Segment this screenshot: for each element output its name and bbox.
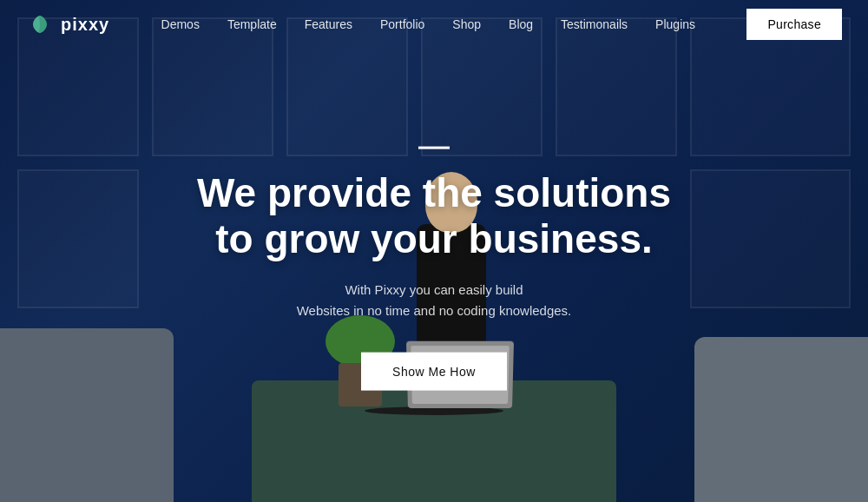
hero-section: pixxy Demos Template Features Portfolio … [0,0,868,502]
hero-title: We provide the solutions to grow your bu… [139,170,729,262]
hero-title-line2: to grow your business. [215,216,653,261]
nav-features[interactable]: Features [305,17,352,31]
wall-panel [17,169,139,308]
nav-blog[interactable]: Blog [509,17,533,31]
purchase-button[interactable]: Purchase [746,9,842,40]
navbar: pixxy Demos Template Features Portfolio … [0,0,868,49]
nav-shop[interactable]: Shop [452,17,481,31]
hero-subtitle: With Pixxy you can easily build Websites… [139,279,729,320]
nav-demos[interactable]: Demos [161,17,200,31]
nav-plugins[interactable]: Plugins [655,17,695,31]
nav-portfolio[interactable]: Portfolio [380,17,424,31]
nav-template[interactable]: Template [227,17,277,31]
logo-text: pixxy [61,15,109,35]
hero-title-line1: We provide the solutions [197,170,671,215]
hero-divider [418,147,450,149]
nav-links: Demos Template Features Portfolio Shop B… [161,17,695,32]
logo-icon [26,10,54,38]
hero-subtitle-line2: Websites in no time and no coding knowle… [297,302,572,317]
hero-subtitle-line1: With Pixxy you can easily build [345,281,523,296]
hero-cta-button[interactable]: Show Me How [361,352,507,390]
nav-testimonials[interactable]: Testimonails [561,17,628,31]
logo: pixxy [26,10,109,38]
hero-content: We provide the solutions to grow your bu… [139,147,729,391]
